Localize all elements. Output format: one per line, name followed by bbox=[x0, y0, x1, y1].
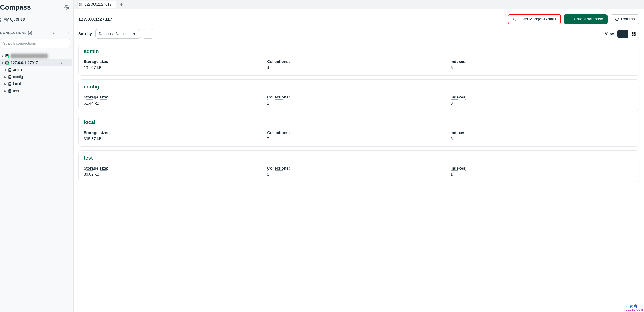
database-icon bbox=[8, 82, 12, 86]
my-queries-link[interactable]: } My Queries bbox=[0, 15, 73, 26]
ellipsis-icon bbox=[67, 31, 70, 35]
server-icon bbox=[79, 3, 83, 6]
stat-storage: Storage size: 131.07 kB bbox=[84, 59, 267, 70]
connections-label-wrap: CONNECTIONS (2) bbox=[0, 31, 32, 35]
add-connection-button[interactable] bbox=[59, 31, 64, 35]
database-card[interactable]: admin Storage size: 131.07 kB Collection… bbox=[78, 44, 639, 76]
database-icon bbox=[8, 68, 12, 72]
stat-collections: Collections: 4 bbox=[267, 59, 450, 70]
stat-collections: Collections: 7 bbox=[267, 131, 450, 141]
connection-row-actions bbox=[54, 61, 71, 65]
stat-value: 1 bbox=[267, 172, 450, 177]
connection-tree: ▶ ████████████ ▼ 127.0.0.1:27017 ▼ bbox=[0, 52, 73, 95]
tabbar: 127.0.0.1:27017 + bbox=[74, 0, 644, 9]
svg-point-8 bbox=[6, 55, 6, 55]
expand-arrow-icon: ▶ bbox=[4, 76, 7, 79]
svg-rect-24 bbox=[80, 5, 82, 6]
stat-label: Collections: bbox=[267, 166, 450, 171]
svg-point-5 bbox=[70, 33, 70, 33]
stat-label: Storage size: bbox=[84, 59, 267, 64]
gear-icon bbox=[64, 5, 69, 10]
view-toggle bbox=[617, 30, 639, 38]
stat-storage: Storage size: 335.87 kB bbox=[84, 131, 267, 141]
add-tab-button[interactable]: + bbox=[118, 1, 125, 8]
app-title: Compass bbox=[0, 3, 31, 11]
search-input[interactable] bbox=[0, 39, 70, 48]
chevron-down-icon: ▼ bbox=[132, 32, 136, 36]
db-label: admin bbox=[13, 68, 23, 72]
stat-label: Indexes: bbox=[450, 95, 634, 100]
add-db-button[interactable] bbox=[54, 61, 58, 65]
collapse-all-button[interactable] bbox=[52, 31, 56, 35]
database-card[interactable]: test Storage size: 86.02 kB Collections:… bbox=[78, 150, 639, 182]
database-name: config bbox=[84, 84, 634, 90]
svg-point-22 bbox=[8, 89, 11, 90]
svg-point-0 bbox=[66, 7, 68, 8]
connections-count: (2) bbox=[28, 31, 32, 35]
open-shell-label: Open MongoDB shell bbox=[518, 17, 556, 22]
stat-value: 6 bbox=[450, 137, 634, 141]
sidebar-header: Compass bbox=[0, 0, 73, 15]
open-shell-button[interactable] bbox=[60, 61, 64, 65]
sort-direction-button[interactable] bbox=[143, 29, 153, 39]
db-item-local[interactable]: ▶ local bbox=[0, 81, 72, 88]
collapse-arrow-icon: ▼ bbox=[1, 62, 4, 64]
server-icon bbox=[5, 54, 9, 58]
svg-point-21 bbox=[8, 82, 11, 83]
connections-more-button[interactable] bbox=[66, 31, 71, 35]
stat-value: 335.87 kB bbox=[84, 137, 267, 141]
database-name: local bbox=[84, 119, 634, 125]
stat-indexes: Indexes: 1 bbox=[450, 166, 634, 177]
stat-value: 7 bbox=[267, 137, 450, 141]
connection-label-obscured: ████████████ bbox=[11, 54, 48, 58]
stat-value: 86.02 kB bbox=[84, 172, 267, 177]
view-controls: View bbox=[605, 30, 639, 38]
svg-point-9 bbox=[6, 57, 6, 57]
server-icon bbox=[5, 61, 9, 65]
connection-more-button[interactable] bbox=[67, 61, 71, 65]
stat-indexes: Indexes: 6 bbox=[450, 131, 634, 141]
plus-icon bbox=[568, 17, 572, 21]
sort-label: Sort by bbox=[78, 32, 92, 36]
stat-value: 131.07 kB bbox=[84, 66, 267, 70]
db-item-admin[interactable]: ▼ admin bbox=[0, 66, 72, 74]
view-grid-button[interactable] bbox=[628, 30, 639, 38]
settings-button[interactable] bbox=[64, 5, 69, 10]
stat-value: 61.44 kB bbox=[84, 101, 267, 106]
svg-point-19 bbox=[8, 68, 11, 69]
db-label: test bbox=[13, 89, 19, 93]
stat-label: Collections: bbox=[267, 131, 450, 135]
stat-label: Indexes: bbox=[450, 166, 634, 171]
refresh-button[interactable]: Refresh bbox=[611, 14, 639, 24]
view-list-button[interactable] bbox=[617, 30, 628, 38]
page-title: 127.0.0.1:27017 bbox=[78, 17, 112, 22]
main: 127.0.0.1:27017 + 127.0.0.1:27017 Open M… bbox=[74, 0, 644, 312]
db-item-test[interactable]: ▶ test bbox=[0, 88, 72, 95]
stat-value: 3 bbox=[450, 101, 634, 106]
connections-label: CONNECTIONS bbox=[0, 31, 27, 35]
db-item-config[interactable]: ▶ config bbox=[0, 74, 72, 81]
content-header: 127.0.0.1:27017 Open MongoDB shell Creat… bbox=[78, 14, 639, 24]
open-shell-button[interactable]: Open MongoDB shell bbox=[508, 14, 560, 24]
svg-rect-23 bbox=[80, 3, 82, 4]
collapse-arrow-icon: ▼ bbox=[4, 69, 7, 71]
tab-connection[interactable]: 127.0.0.1:27017 bbox=[77, 1, 116, 8]
stat-value: 6 bbox=[450, 66, 634, 70]
db-label: config bbox=[13, 75, 23, 79]
stat-value: 4 bbox=[267, 66, 450, 70]
create-database-button[interactable]: Create database bbox=[564, 14, 608, 24]
stat-collections: Collections: 1 bbox=[267, 166, 450, 177]
refresh-label: Refresh bbox=[621, 17, 635, 22]
svg-point-20 bbox=[8, 75, 11, 76]
database-card[interactable]: config Storage size: 61.44 kB Collection… bbox=[78, 79, 639, 111]
db-label: local bbox=[13, 82, 21, 86]
plus-icon bbox=[59, 31, 63, 35]
sort-select[interactable]: Database Name ▼ bbox=[95, 29, 140, 39]
svg-rect-36 bbox=[634, 32, 635, 34]
connection-item[interactable]: ▶ ████████████ bbox=[0, 52, 72, 59]
connection-label: 127.0.0.1:27017 bbox=[11, 61, 38, 65]
database-card[interactable]: local Storage size: 335.87 kB Collection… bbox=[78, 115, 639, 147]
sort-asc-icon bbox=[146, 32, 150, 36]
connection-item-active[interactable]: ▼ 127.0.0.1:27017 bbox=[0, 59, 72, 66]
database-stats: Storage size: 131.07 kB Collections: 4 I… bbox=[84, 59, 634, 70]
